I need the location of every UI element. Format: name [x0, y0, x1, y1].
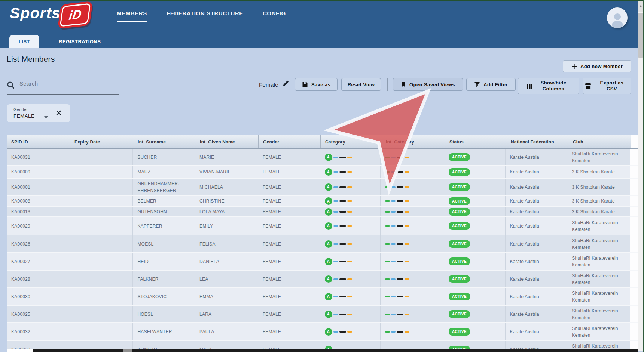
belt-dash	[391, 314, 396, 315]
sportsid-logo[interactable]: Sports iD	[10, 4, 61, 31]
table-row[interactable]: KA00029KAPFEREREMILYFEMALEAACTIVEKarate …	[7, 216, 638, 235]
cell-expiry-date	[70, 288, 133, 305]
cell-int-category	[380, 271, 444, 287]
column-header-category[interactable]: Category	[320, 135, 381, 148]
members-table: SPID ID Expiry Date Int. Surname Int. Gi…	[7, 135, 638, 352]
table-row-filler	[630, 253, 638, 270]
add-filter-button[interactable]: Add Filter	[466, 78, 516, 91]
cell-spid-id: KA00029	[7, 217, 70, 235]
cell-club: ShuHaRi Karateverein Kematen	[567, 235, 630, 252]
column-header-expiry-date[interactable]: Expiry Date	[70, 135, 133, 148]
belt-dash	[347, 200, 352, 202]
category-grade-icon: A	[325, 222, 332, 230]
search-input[interactable]	[19, 80, 110, 87]
edit-pencil-icon[interactable]	[282, 80, 290, 87]
status-badge: ACTIVE	[449, 275, 470, 283]
table-row[interactable]: KA00025HOESLLARAFEMALEAACTIVEKarate Aust…	[7, 305, 638, 322]
gender-filter-chip[interactable]: Gender FEMALE	[7, 104, 70, 122]
cell-status: ACTIVE	[444, 166, 505, 178]
column-header-gender[interactable]: Gender	[258, 135, 320, 148]
int-category-badge	[385, 331, 409, 333]
category-grade-icon: A	[325, 293, 332, 300]
cell-spid-id: KA00008	[7, 196, 70, 206]
table-row-filler	[630, 149, 638, 165]
tab-list[interactable]: LIST	[9, 35, 39, 48]
table-row[interactable]: KA00031BUCHERMARIEFEMALEAACTIVEKarate Au…	[7, 149, 638, 165]
table-body: KA00031BUCHERMARIEFEMALEAACTIVEKarate Au…	[7, 149, 638, 352]
cell-int-given-name: MARIE	[195, 149, 258, 165]
belt-dash	[397, 171, 403, 173]
int-category-badge	[385, 211, 409, 213]
export-csv-button[interactable]: Export as CSV	[583, 78, 631, 94]
table-row[interactable]: KA00030STOJAKOVICEMMAFEMALEAACTIVEKarate…	[7, 287, 638, 305]
close-icon[interactable]	[55, 109, 62, 116]
table-row[interactable]: KA00001GRUENDHAMMER-EHRENSBERGERMICHAELA…	[7, 178, 638, 195]
vertical-scrollbar[interactable]	[638, 1, 643, 351]
category-grade-icon: A	[325, 240, 332, 248]
belt-dash	[333, 225, 338, 227]
column-header-int-surname[interactable]: Int. Surname	[133, 135, 195, 148]
column-header-int-category[interactable]: Int. Category	[381, 135, 445, 148]
save-as-button[interactable]: Save as	[295, 78, 338, 91]
cell-int-given-name: LEA	[195, 271, 258, 287]
table-row[interactable]: KA00028FALKNERLEAFEMALEAACTIVEKarate Aus…	[7, 270, 638, 287]
belt-dash	[339, 186, 346, 188]
cell-status: ACTIVE	[444, 179, 505, 195]
reset-view-button[interactable]: Reset View	[341, 78, 381, 91]
belt-dash	[339, 200, 346, 202]
cell-int-given-name: FELISA	[195, 235, 258, 252]
category-badge: A	[325, 183, 352, 191]
belt-dash	[397, 225, 403, 227]
add-new-member-button[interactable]: Add new Member	[563, 60, 631, 72]
cell-status: ACTIVE	[444, 288, 505, 305]
status-badge: ACTIVE	[449, 257, 470, 265]
belt-dash	[385, 211, 390, 213]
cell-int-given-name: LOLA MAYA	[195, 207, 258, 216]
table-row[interactable]: KA00027HEIDDANIELAFEMALEAACTIVEKarate Au…	[7, 252, 638, 270]
belt-dash	[385, 261, 390, 262]
chevron-down-icon[interactable]	[44, 116, 48, 118]
belt-dash	[385, 171, 390, 173]
category-badge: A	[325, 197, 352, 205]
table-row[interactable]: KA00026MOESLFELISAFEMALEAACTIVEKarate Au…	[7, 235, 638, 252]
column-header-status[interactable]: Status	[445, 135, 506, 148]
belt-dash	[397, 331, 403, 333]
belt-dash	[339, 171, 346, 173]
category-grade-icon: A	[325, 258, 332, 265]
tab-registrations[interactable]: REGISTRATIONS	[51, 35, 108, 48]
nav-item-federation-structure[interactable]: FEDERATION STRUCTURE	[167, 10, 243, 22]
column-header-int-given-name[interactable]: Int. Given Name	[195, 135, 258, 148]
cell-status: ACTIVE	[444, 207, 505, 216]
open-saved-views-button[interactable]: Open Saved Views	[393, 78, 463, 91]
column-header-club[interactable]: Club	[568, 135, 631, 148]
cell-national-federation: Karate Austria	[505, 217, 567, 235]
cell-expiry-date	[70, 217, 133, 235]
scroll-up-button[interactable]	[638, 1, 643, 12]
column-header-spid-id[interactable]: SPID ID	[7, 135, 70, 148]
cell-gender: FEMALE	[258, 271, 320, 287]
filter-chip-value: FEMALE	[13, 113, 34, 119]
cell-int-surname: GUTENSOHN	[132, 207, 195, 216]
cell-expiry-date	[70, 179, 133, 195]
belt-dash	[333, 186, 338, 188]
sportsid-emblem-icon: iD	[58, 1, 93, 29]
column-header-national-federation[interactable]: National Federation	[506, 135, 568, 148]
app-header: Sports iD MEMBERS FEDERATION STRUCTURE C…	[0, 0, 644, 48]
show-hide-columns-button[interactable]: Show/hide Columns	[518, 78, 579, 94]
nav-item-members[interactable]: MEMBERS	[117, 10, 147, 22]
belt-dash	[347, 171, 352, 173]
belt-dash	[405, 296, 409, 297]
table-header-filler	[631, 135, 638, 148]
cell-int-surname: BUCHER	[132, 149, 195, 165]
table-row[interactable]: KA00008BELMERCHRISTINEFEMALEAACTIVEKarat…	[7, 195, 638, 206]
user-avatar[interactable]	[607, 7, 628, 28]
horizontal-scrollbar[interactable]	[7, 349, 638, 352]
vertical-scrollbar-thumb[interactable]	[638, 13, 643, 58]
table-row[interactable]: KA00009MAUZVIVIAN-MARIEFEMALEAACTIVEKara…	[7, 165, 638, 178]
cell-national-federation: Karate Austria	[505, 196, 567, 206]
cell-int-surname: FALKNER	[132, 271, 195, 287]
table-row[interactable]: KA00013GUTENSOHNLOLA MAYAFEMALEAACTIVEKa…	[7, 206, 638, 216]
table-row[interactable]: KA00032HASELWANTERPAULAFEMALEAACTIVEKara…	[7, 322, 638, 340]
cell-category: A	[320, 217, 381, 235]
nav-item-config[interactable]: CONFIG	[263, 10, 286, 22]
